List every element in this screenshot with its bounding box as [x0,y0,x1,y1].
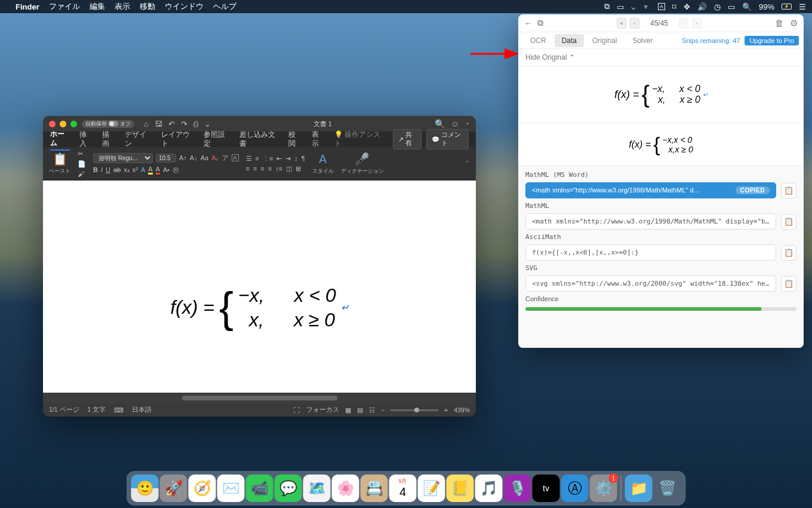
menubar-app[interactable]: Finder [16,2,39,11]
screencast-icon[interactable]: ▭ [617,2,624,11]
share-button[interactable]: ↗ 共有 [393,129,422,149]
display-icon[interactable]: ▭ [728,2,735,11]
wifi-icon[interactable]: ⌵ [631,2,636,11]
align-right-icon[interactable]: ≡ [260,165,264,173]
tab-mailings[interactable]: 差し込み文書 [239,128,279,150]
clear-format-icon[interactable]: Aₓ [211,154,219,162]
ribbon-collapse-icon[interactable]: ⌃ [465,160,470,167]
spotlight-icon[interactable]: 🔍 [742,2,752,11]
print-icon[interactable]: ⎙ [193,120,198,128]
highlight-icon[interactable]: A [148,166,152,175]
font-color-icon[interactable]: A [156,166,160,175]
menu-go[interactable]: 移動 [140,1,155,12]
number-list-icon[interactable]: ≡ [256,155,259,163]
dock-calendar[interactable]: 9月4 [389,475,417,502]
bullet-list-icon[interactable]: ☰ [246,155,252,163]
sort-icon[interactable]: ↕ [294,155,298,163]
justify-icon[interactable]: ≡ [268,165,272,173]
control-center-icon[interactable]: ☰ [799,2,806,11]
screenshot-icon[interactable]: ⧉ [604,2,610,11]
menu-window[interactable]: ウインドウ [165,1,204,12]
grow-font-icon[interactable]: A↑ [179,154,187,161]
save-icon[interactable]: 🖫 [155,120,162,128]
superscript-icon[interactable]: x² [133,166,138,173]
align-center-icon[interactable]: ≡ [253,165,257,173]
zoom-in-icon[interactable]: + [444,406,448,414]
tell-me[interactable]: 💡 操作アシスト [334,128,383,150]
back-icon[interactable]: ← [524,19,533,28]
clock-icon[interactable]: ◷ [714,2,721,11]
dock-contacts[interactable]: 📇 [361,475,388,502]
text-effect-icon[interactable]: A [141,166,145,173]
borders-icon[interactable]: ⊞ [296,165,301,173]
dock-maps[interactable]: 🗺️ [303,475,331,502]
chevron-down-icon[interactable]: ⌄ [204,120,211,128]
tab-ocr[interactable]: OCR [523,34,553,47]
dock-tv[interactable]: tv [533,475,560,502]
strike-icon[interactable]: ab [113,166,121,173]
language[interactable]: 日本語 [132,406,152,414]
copy-icon[interactable]: 📋 [781,214,796,229]
view-print-icon[interactable]: ▦ [345,406,351,414]
line-spacing-icon[interactable]: ↕≡ [275,165,282,173]
dock-notes[interactable]: 📒 [447,475,474,502]
dock-downloads[interactable]: 📁 [625,475,653,502]
page-count[interactable]: 1/1 ページ [49,406,79,414]
last-page-icon[interactable]: » [692,18,702,29]
comments-button[interactable]: 💬 コメント [426,129,469,149]
tab-layout[interactable]: レイアウト [161,128,194,150]
underline-icon[interactable]: U [106,166,110,173]
back-icon[interactable]: ↶ [168,120,175,128]
phonetic-icon[interactable]: ア [222,154,229,163]
dock-messages[interactable]: 💬 [275,475,302,502]
mathml-output[interactable]: <math xmlns="http://www.w3.org/1998/Math… [525,213,776,229]
focus-label[interactable]: フォーカス [306,406,339,414]
font-size-input[interactable] [156,154,176,163]
zoom-out-icon[interactable]: − [381,406,385,414]
capture-icon[interactable]: ⧉ [537,18,543,28]
indent-icon[interactable]: ⇥ [285,155,291,163]
dock-podcasts[interactable]: 🎙️ [504,475,531,502]
upgrade-button[interactable]: Upgrade to Pro [745,36,799,45]
prev-page-icon[interactable]: ‹ [630,18,639,29]
view-outline-icon[interactable]: ☷ [369,406,375,414]
shrink-font-icon[interactable]: A↓ [190,154,198,161]
border-icon[interactable]: A [232,154,239,161]
cut-icon[interactable]: ✂ [78,150,83,158]
view-web-icon[interactable]: ▤ [357,406,363,414]
menu-help[interactable]: ヘルプ [213,1,236,12]
dictation-button[interactable]: 🎤ディクテーション [341,152,384,175]
hide-original-toggle[interactable]: Hide Original⌃ [518,49,804,66]
document-canvas[interactable]: f(x) = { −x,x < 0 x,x ≥ 0 ↵ [43,180,476,393]
tab-original[interactable]: Original [585,34,624,47]
mathml-word-output[interactable]: <math xmlns="http://www.w3.org/1998/Math… [525,182,776,198]
battery-icon[interactable]: ⚡ [782,4,792,10]
dock-trash[interactable]: 🗑️ [654,475,681,502]
multilevel-icon[interactable]: ⋮≡ [263,155,273,163]
volume-icon[interactable]: 🔊 [697,2,707,11]
show-marks-icon[interactable]: ¶ [302,155,305,163]
wifi-signal-icon[interactable]: ᯤ [643,2,651,11]
change-case-icon[interactable]: Aa [201,154,208,161]
align-left-icon[interactable]: ≡ [246,165,250,173]
svg-output[interactable]: <svg xmlns="http://www.w3.org/2000/svg" … [525,276,776,292]
shading2-icon[interactable]: ◫ [286,165,292,173]
tab-references[interactable]: 参照設定 [204,128,230,150]
shading-icon[interactable]: A▪ [163,166,170,173]
dock-reminders[interactable]: 📝 [418,475,445,502]
autosave-toggle[interactable]: 自動保存 オフ [82,120,134,128]
move-icon[interactable]: ✥ [684,2,690,11]
equation-object[interactable]: f(x) = { −x,x < 0 x,x ≥ 0 ↵ [170,222,349,393]
menu-edit[interactable]: 編集 [90,1,105,12]
zoom-value[interactable]: 439% [454,406,470,414]
enclose-icon[interactable]: ㊞ [173,166,179,175]
traffic-lights[interactable] [49,121,77,127]
account-icon[interactable]: ☺ [451,119,459,128]
tab-data[interactable]: Data [555,34,584,47]
search-icon[interactable]: 🔍 [435,119,445,128]
dock-appstore[interactable]: Ⓐ [561,475,589,502]
dock-photos[interactable]: 🌸 [332,475,359,502]
menu-file[interactable]: ファイル [49,1,80,12]
tab-view[interactable]: 表示 [312,128,325,150]
zoom-slider[interactable] [390,409,438,411]
